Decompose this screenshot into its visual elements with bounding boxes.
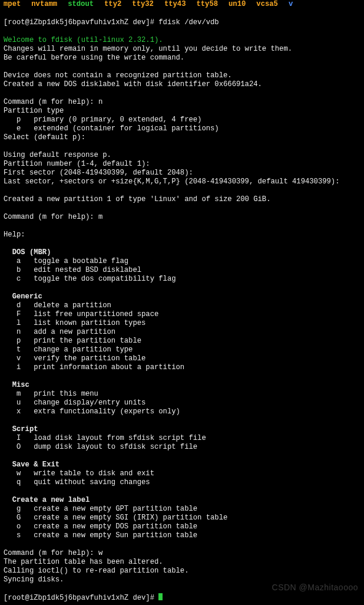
final-prompt[interactable]: [root@iZbp1dk5j6bpavfuhiv1xhZ dev]#: [4, 594, 158, 602]
help-G: G create a new empty SGI (IRIX) partitio…: [4, 514, 227, 522]
first-sector: First sector (2048-419430399, default 20…: [4, 169, 193, 177]
help-d: d delete a partition: [4, 301, 111, 310]
ptype-extended: e extended (container for logical partit…: [4, 124, 219, 133]
tab-tty32[interactable]: tty32: [132, 0, 154, 8]
device-line-2: Created a new DOS disklabel with disk id…: [4, 80, 262, 88]
help-v: v verify the partition table: [4, 354, 145, 363]
intro-line-2: Be careful before using the write comman…: [4, 54, 184, 62]
default-resp: Using default response p.: [4, 151, 111, 159]
help-g: g create a new empty GPT partition table: [4, 505, 197, 513]
tab-stdout[interactable]: stdout: [68, 0, 94, 8]
help-m: m print this menu: [4, 390, 98, 398]
section-save-title: Save & Exit: [4, 461, 59, 469]
help-q: q quit without saving changes: [4, 478, 150, 486]
tab-tty58[interactable]: tty58: [196, 0, 218, 8]
device-line-1: Device does not contain a recognized par…: [4, 71, 232, 80]
help-header: Help:: [4, 231, 25, 239]
help-o: o create a new empty DOS partition table: [4, 522, 197, 531]
tab-vcsa5[interactable]: vcsa5: [256, 0, 278, 8]
ptype-primary: p primary (0 primary, 0 extended, 4 free…: [4, 116, 201, 124]
command-m: Command (m for help): m: [4, 213, 102, 221]
tab-un10[interactable]: un10: [229, 0, 246, 8]
tab-nvtamm[interactable]: nvtamm: [31, 0, 57, 8]
tab-tty43[interactable]: tty43: [164, 0, 186, 8]
terminal-output[interactable]: [root@iZbp1dk5j6bpavfuhiv1xhZ dev]# fdis…: [0, 8, 364, 605]
syncing-line: Syncing disks.: [4, 576, 64, 584]
prompt-line-1: [root@iZbp1dk5j6bpavfuhiv1xhZ dev]# fdis…: [4, 18, 219, 27]
ioctl-line: Calling ioctl() to re-read partition tab…: [4, 567, 189, 575]
command-n: Command (m for help): n: [4, 98, 102, 106]
help-b: b edit nested BSD disklabel: [4, 266, 141, 274]
command-w: Command (m for help): w: [4, 549, 102, 557]
ptype-select: Select (default p):: [4, 133, 85, 142]
altered-line: The partition table has been altered.: [4, 558, 163, 566]
created-line: Created a new partition 1 of type 'Linux…: [4, 195, 270, 203]
help-n: n add a new partition: [4, 328, 115, 336]
intro-line-1: Changes will remain in memory only, unti…: [4, 45, 292, 53]
tab-tty2[interactable]: tty2: [104, 0, 121, 8]
help-c: c toggle the dos compatibility flag: [4, 275, 176, 283]
help-p: p print the partition table: [4, 337, 141, 345]
last-sector: Last sector, +sectors or +size{K,M,G,T,P…: [4, 177, 339, 186]
help-t: t change a partition type: [4, 346, 133, 354]
section-misc-title: Misc: [4, 381, 29, 389]
help-x: x extra functionality (experts only): [4, 407, 180, 416]
tab-mpet[interactable]: mpet: [4, 0, 21, 8]
welcome-line: Welcome to fdisk (util-linux 2.32.1).: [4, 36, 163, 44]
top-tab-bar: mpet nvtamm stdout tty2 tty32 tty43 tty5…: [0, 0, 364, 8]
section-script-title: Script: [4, 425, 38, 433]
help-u: u change display/entry units: [4, 399, 145, 407]
help-i: i print information about a partition: [4, 363, 184, 371]
ptype-header: Partition type: [4, 107, 64, 115]
part-number: Partition number (1-4, default 1):: [4, 160, 150, 168]
help-w: w write table to disk and exit: [4, 469, 154, 478]
help-F: F list free unpartitioned space: [4, 310, 158, 318]
help-s2: s create a new empty Sun partition table: [4, 531, 197, 540]
help-O: O dump disk layout to sfdisk script file: [4, 443, 197, 451]
help-a: a toggle a bootable flag: [4, 257, 128, 265]
section-generic-title: Generic: [4, 292, 42, 301]
help-I: I load disk layout from sfdisk script fi…: [4, 434, 206, 442]
help-l: l list known partition types: [4, 319, 145, 327]
tab-v[interactable]: v: [289, 0, 293, 8]
cursor-icon: [158, 593, 163, 600]
section-dos-title: DOS (MBR): [4, 248, 51, 257]
section-label-title: Create a new label: [4, 496, 90, 504]
